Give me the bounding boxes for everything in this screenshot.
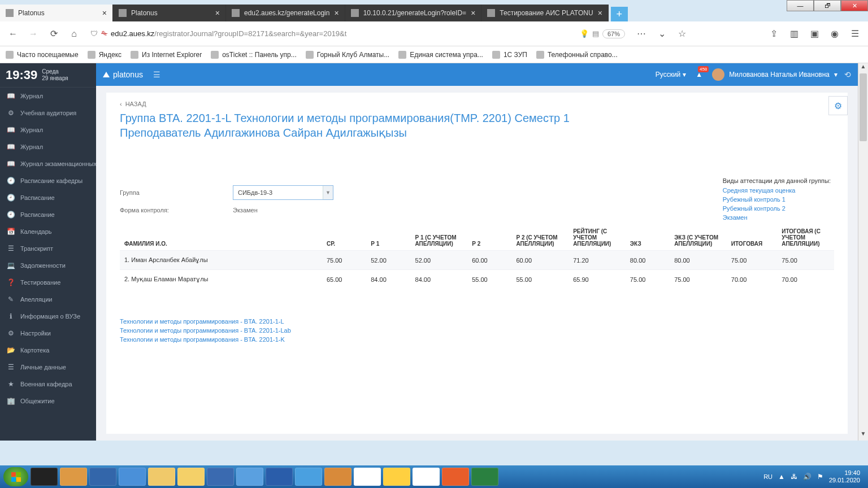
account-icon[interactable]: ◉ <box>826 25 843 42</box>
close-tab-icon[interactable]: × <box>598 8 602 18</box>
new-tab-button[interactable]: + <box>611 7 628 21</box>
taskbar-app[interactable] <box>119 468 146 486</box>
sidebar-item[interactable]: 📖Журнал <box>0 88 96 104</box>
browser-tab[interactable]: edu2.aues.kz/generateLogin× <box>226 5 345 21</box>
bookmark-item[interactable]: Из Internet Explorer <box>131 51 202 59</box>
taskbar-app[interactable] <box>31 468 58 486</box>
taskbar-app[interactable] <box>207 468 234 486</box>
attestation-link[interactable]: Рубежный контроль 2 <box>723 204 831 213</box>
sidebar-item[interactable]: 🏢Общежитие <box>0 393 96 409</box>
taskbar-app[interactable] <box>295 468 322 486</box>
related-course-link[interactable]: Технологии и методы программирования - B… <box>120 335 834 344</box>
sidebar-item[interactable]: 🕘Расписание <box>0 206 96 223</box>
settings-gear-button[interactable]: ⚙ <box>828 96 848 115</box>
sidebar-item[interactable]: 💻Задолженности <box>0 257 96 274</box>
browser-tab[interactable]: Тестирование АИС PLATONU× <box>481 5 609 21</box>
sidebar-item[interactable]: ☰Личные данные <box>0 359 96 376</box>
close-button[interactable]: ✕ <box>841 0 868 11</box>
zoom-level[interactable]: 67% <box>602 29 625 38</box>
notifications-icon[interactable]: ▲458 <box>693 68 705 81</box>
related-course-link[interactable]: Технологии и методы программирования - B… <box>120 326 834 335</box>
start-button[interactable] <box>3 467 28 486</box>
minimize-button[interactable]: — <box>787 0 814 11</box>
bookmark-item[interactable]: Телефонный справо... <box>536 51 618 59</box>
sidebar-item[interactable]: 📖Журнал <box>0 121 96 138</box>
library-icon[interactable]: ⇪ <box>765 25 782 42</box>
close-tab-icon[interactable]: × <box>215 8 220 18</box>
reload-icon[interactable]: ⟳ <box>45 25 62 42</box>
sidebar-item[interactable]: ❓Тестирование <box>0 274 96 291</box>
sidebar-item[interactable]: ☰Транскрипт <box>0 240 96 257</box>
taskbar-app[interactable] <box>471 468 498 486</box>
sidebar-item[interactable]: 📅Календарь <box>0 223 96 240</box>
taskbar-app[interactable] <box>266 468 293 486</box>
sidebar-item[interactable]: 🕘Расписание кафедры <box>0 172 96 189</box>
browser-tab[interactable]: Platonus× <box>0 5 113 21</box>
bookmark-item[interactable]: 1С ЗУП <box>492 51 527 59</box>
tray-date[interactable]: 29.01.2020 <box>829 477 860 484</box>
close-tab-icon[interactable]: × <box>471 8 475 18</box>
tray-time[interactable]: 19:40 <box>844 469 860 477</box>
taskbar-app[interactable] <box>89 468 116 486</box>
sidebar-item[interactable]: 🕘Расписание <box>0 189 96 206</box>
address-bar[interactable]: 🛡 ✎ edu2.aues.kz/registratorJournal?grou… <box>86 25 630 42</box>
sidebar-item[interactable]: 📂Картотека <box>0 342 96 359</box>
close-tab-icon[interactable]: × <box>334 8 338 18</box>
app-brand[interactable]: platonus <box>103 70 143 79</box>
home-icon[interactable]: ⌂ <box>66 25 83 42</box>
attestation-link[interactable]: Экзамен <box>723 213 831 222</box>
related-course-link[interactable]: Технологии и методы программирования - B… <box>120 317 834 326</box>
sidebar-item[interactable]: 📖Журнал экзаменационных <box>0 155 96 172</box>
scroll-up-icon[interactable]: ▲ <box>858 63 868 73</box>
browser-tab[interactable]: Platonus× <box>113 5 226 21</box>
refresh-icon[interactable]: ⟲ <box>844 70 851 79</box>
taskbar-app[interactable] <box>383 468 410 486</box>
back-link[interactable]: ‹НАЗАД <box>120 101 834 107</box>
user-menu[interactable]: Милованова Наталья Ивановна ▾ <box>712 68 837 81</box>
sidebar-item[interactable]: ★Военная кафедра <box>0 376 96 393</box>
sidebar-item[interactable]: 📖Журнал <box>0 138 96 155</box>
taskbar-app[interactable] <box>60 468 87 486</box>
bookmark-star-icon[interactable]: ☆ <box>674 25 691 42</box>
tray-network-icon[interactable]: 🖧 <box>791 473 797 481</box>
bookmark-item[interactable]: osTicket :: Панель упр... <box>211 51 297 59</box>
close-tab-icon[interactable]: × <box>102 8 107 18</box>
page-action-icon[interactable]: ▤ <box>592 29 599 38</box>
back-icon[interactable]: ← <box>5 25 21 42</box>
reader-icon[interactable]: 💡 <box>580 29 589 38</box>
bookmark-item[interactable]: Яндекс <box>88 51 121 59</box>
tray-flag-icon[interactable]: ⚑ <box>817 473 823 481</box>
bookmark-item[interactable]: Единая система упра... <box>398 51 483 59</box>
sidebar-item[interactable]: ⚙Настройки <box>0 325 96 342</box>
browser-tab[interactable]: 10.10.0.21/generateLogin?roleID=× <box>345 5 482 21</box>
tray-chevron-icon[interactable]: ▲ <box>778 473 785 481</box>
sidebar-toggle-icon[interactable]: ☰ <box>153 70 160 79</box>
tray-language[interactable]: RU <box>763 473 772 480</box>
taskbar-app[interactable] <box>324 468 351 486</box>
taskbar-app[interactable] <box>413 468 440 486</box>
taskbar-app[interactable] <box>148 468 175 486</box>
group-select[interactable]: СИБдв-19-3 ▼ <box>233 185 333 200</box>
sidebar-icon[interactable]: ▥ <box>785 25 802 42</box>
menu-dots-icon[interactable]: ⋯ <box>633 25 650 42</box>
taskbar-app[interactable] <box>354 468 381 486</box>
vertical-scrollbar[interactable]: ▲ ▼ <box>858 63 868 441</box>
sidebar-item[interactable]: ✎Апелляции <box>0 291 96 308</box>
taskbar-app[interactable] <box>442 468 469 486</box>
sidebar-item[interactable]: ℹИнформация о ВУЗе <box>0 308 96 325</box>
attestation-link[interactable]: Средняя текущая оценка <box>723 186 831 195</box>
forward-icon[interactable]: → <box>25 25 42 42</box>
sidebar-item[interactable]: ⚙Учебная аудитория <box>0 104 96 121</box>
scroll-down-icon[interactable]: ▼ <box>858 430 868 441</box>
scroll-thumb[interactable] <box>860 73 867 141</box>
tray-volume-icon[interactable]: 🔊 <box>803 473 811 481</box>
hamburger-icon[interactable]: ☰ <box>847 25 863 42</box>
pocket-icon[interactable]: ⌄ <box>653 25 670 42</box>
chevron-down-icon[interactable]: ▼ <box>323 186 333 199</box>
bookmark-item[interactable]: Горный Клуб Алматы... <box>306 51 389 59</box>
language-selector[interactable]: Русский▾ <box>656 71 687 79</box>
taskbar-app[interactable] <box>236 468 263 486</box>
taskbar-app[interactable] <box>177 468 205 486</box>
bookmark-item[interactable]: Часто посещаемые <box>6 51 79 59</box>
attestation-link[interactable]: Рубежный контроль 1 <box>723 195 831 204</box>
